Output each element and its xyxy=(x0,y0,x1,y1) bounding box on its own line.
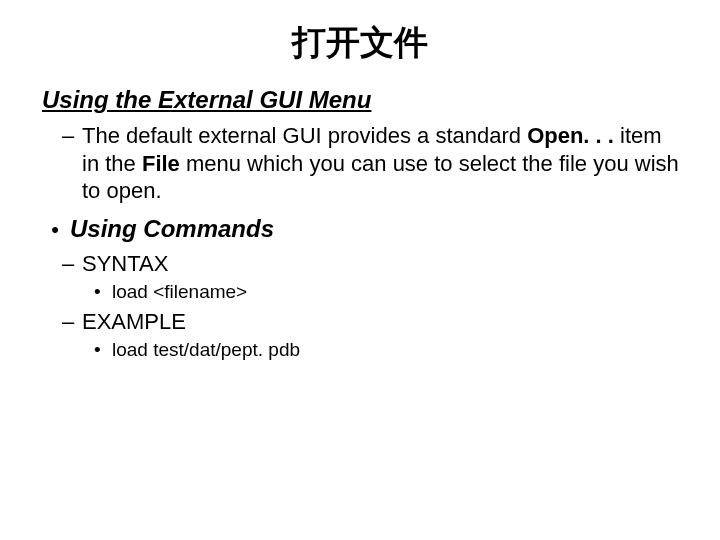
slide-title: 打开文件 xyxy=(40,20,680,66)
desc-open-bold: Open. . . xyxy=(527,123,620,148)
syntax-label: SYNTAX xyxy=(82,251,168,276)
desc-text-pre: The default external GUI provides a stan… xyxy=(82,123,527,148)
example-command: load test/dat/pept. pdb xyxy=(112,339,300,360)
section-heading-gui-menu: Using the External GUI Menu xyxy=(42,86,680,114)
section-using-commands: • Using Commands xyxy=(40,215,680,243)
gui-menu-description: –The default external GUI provides a sta… xyxy=(82,122,680,205)
syntax-command-row: •load <filename> xyxy=(112,281,680,303)
example-row: –EXAMPLE xyxy=(82,309,680,335)
syntax-command: load <filename> xyxy=(112,281,247,302)
example-command-row: •load test/dat/pept. pdb xyxy=(112,339,680,361)
syntax-row: –SYNTAX xyxy=(82,251,680,277)
section-heading-commands: Using Commands xyxy=(70,215,274,243)
example-label: EXAMPLE xyxy=(82,309,186,334)
desc-file-bold: File xyxy=(142,151,180,176)
bullet-dot-icon: • xyxy=(40,217,70,243)
